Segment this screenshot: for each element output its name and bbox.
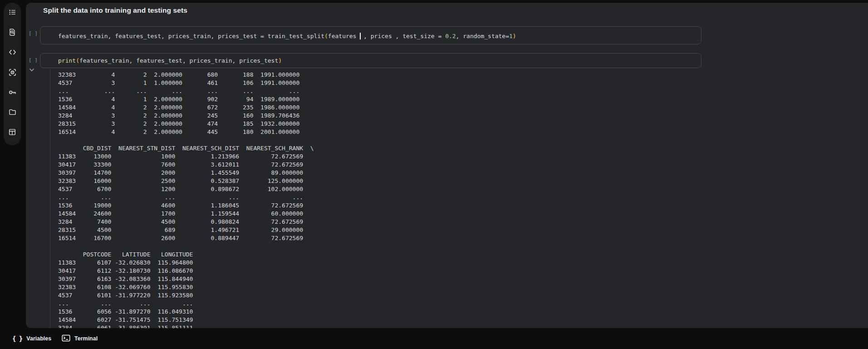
code-text: features_train, features_test, prices_tr… <box>58 33 324 39</box>
code-snippets-icon <box>8 48 17 58</box>
sidebar-inspector-button[interactable] <box>8 69 17 77</box>
sidebar-toc-button[interactable] <box>8 9 17 17</box>
sidebar-snippets-button[interactable] <box>8 49 17 57</box>
code-text: 1 <box>509 33 513 39</box>
cell-output-area[interactable]: 32383 4 2 2.000000 680 188 1991.000000 4… <box>50 69 868 328</box>
sidebar-find-button[interactable] <box>8 29 17 37</box>
variables-label: Variables <box>26 335 51 342</box>
sidebar-table-button[interactable] <box>8 129 17 137</box>
code-line: features_train, features_test, prices_tr… <box>40 27 701 40</box>
find-in-page-icon <box>8 28 16 38</box>
bottom-bar: { } Variables Terminal <box>0 328 868 349</box>
dataframe-output-text: 32383 4 2 2.000000 680 188 1991.000000 4… <box>50 69 868 328</box>
table-of-contents-icon <box>8 8 16 18</box>
key-icon <box>8 88 17 98</box>
braces-icon: { } <box>12 335 22 342</box>
chevron-down-icon <box>29 67 35 74</box>
section-heading[interactable]: Split the data into training and testing… <box>43 6 187 15</box>
code-cell-1[interactable]: features_train, features_test, prices_tr… <box>40 26 701 44</box>
eye-scan-icon <box>8 68 17 79</box>
activity-sidebar <box>4 3 21 145</box>
code-text: ( <box>76 57 79 64</box>
code-text: ) <box>513 33 516 39</box>
terminal-icon <box>62 334 70 343</box>
variables-button[interactable]: { } Variables <box>12 328 51 349</box>
code-text: features_train, features_test, prices_tr… <box>79 57 278 64</box>
code-text: , random_state= <box>456 33 509 39</box>
folder-icon <box>8 108 17 118</box>
code-line: print(features_train, features_test, pri… <box>40 54 701 65</box>
code-text: ) <box>278 57 282 64</box>
output-collapse-toggle[interactable] <box>29 67 36 74</box>
sidebar-secrets-button[interactable] <box>8 89 17 97</box>
terminal-button[interactable]: Terminal <box>62 328 98 349</box>
terminal-label: Terminal <box>74 335 98 342</box>
cell-1-run-marker[interactable]: [ ] <box>29 30 40 36</box>
code-text: print <box>58 57 76 64</box>
notebook-panel: Split the data into training and testing… <box>26 3 868 328</box>
cell-2-run-marker[interactable]: [ ] <box>29 57 40 63</box>
code-text: features <box>328 33 360 39</box>
code-text: 0.2 <box>445 33 456 39</box>
code-cell-2[interactable]: print(features_train, features_test, pri… <box>40 53 701 68</box>
sidebar-files-button[interactable] <box>8 109 17 117</box>
code-text: ( <box>324 33 328 39</box>
code-text: , prices , test_size = <box>360 33 445 39</box>
data-table-icon <box>8 128 16 138</box>
